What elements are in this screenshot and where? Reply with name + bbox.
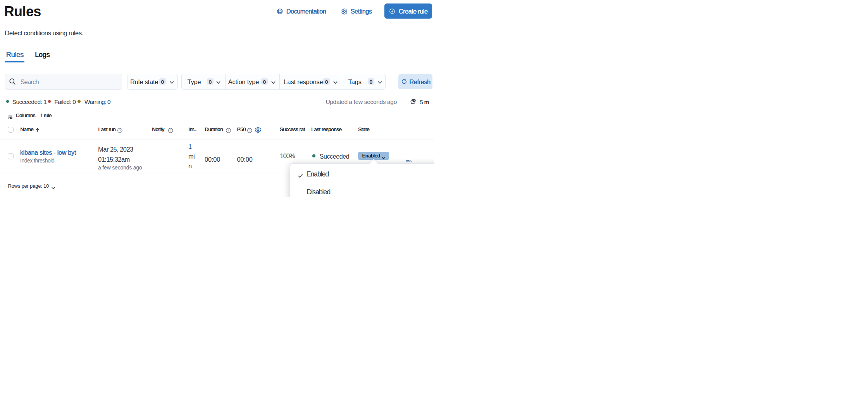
svg-text:?: ? [227,129,229,132]
svg-text:?: ? [170,129,171,132]
svg-text:?: ? [119,129,121,132]
svg-text:?: ? [249,129,251,132]
